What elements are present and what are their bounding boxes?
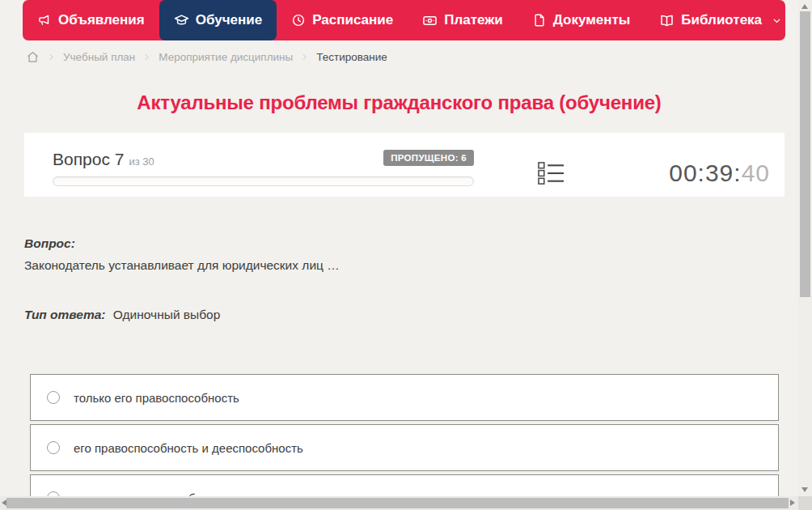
answer-option-label: только его правоспособность xyxy=(74,391,239,405)
document-icon xyxy=(532,13,547,28)
question-number: Вопрос 7 xyxy=(53,150,124,168)
nav-item-label: Библиотека xyxy=(681,12,762,28)
question-list-button[interactable] xyxy=(538,161,565,185)
breadcrumb: Учебный план Мероприятие дисциплины Тест… xyxy=(26,50,387,64)
vertical-scrollbar[interactable] xyxy=(798,0,812,496)
breadcrumb-separator-icon xyxy=(300,53,309,62)
breadcrumb-item-discipline-event[interactable]: Мероприятие дисциплины xyxy=(159,51,293,63)
question-total: из 30 xyxy=(129,155,154,168)
megaphone-icon xyxy=(37,13,52,28)
breadcrumb-item-testing: Тестирование xyxy=(316,51,387,63)
nav-item-label: Обучение xyxy=(196,12,262,28)
answer-type-label: Тип ответа: xyxy=(24,308,106,321)
exam-timer: 00:39:40 xyxy=(669,150,770,197)
breadcrumb-item-study-plan[interactable]: Учебный план xyxy=(63,51,135,63)
radio-button-icon[interactable] xyxy=(47,441,60,454)
app-window: Объявления Обучение Расписание Платежи Д… xyxy=(0,0,812,510)
question-text: Законодатель устанавливает для юридическ… xyxy=(24,258,785,273)
timer-seconds: 40 xyxy=(742,159,770,187)
answer-type-row: Тип ответа: Одиночный выбор xyxy=(24,308,785,322)
question-progress-bar xyxy=(53,176,474,186)
answer-option-2[interactable]: его правоспособность и дееспособность xyxy=(30,424,779,471)
home-icon[interactable] xyxy=(26,50,40,64)
question-counter: Вопрос 7из 30 xyxy=(53,150,154,169)
clock-icon xyxy=(291,13,306,28)
horizontal-scrollbar[interactable] xyxy=(0,496,798,510)
skipped-badge: ПРОПУЩЕНО: 6 xyxy=(383,150,474,166)
nav-item-learning[interactable]: Обучение xyxy=(159,0,277,40)
breadcrumb-separator-icon xyxy=(142,53,151,62)
nav-item-announcements[interactable]: Объявления xyxy=(23,0,159,40)
nav-item-library[interactable]: Библиотека xyxy=(645,0,797,40)
breadcrumb-separator-icon xyxy=(47,53,56,62)
answer-option-label: его правоспособность и дееспособность xyxy=(74,441,303,455)
scroll-up-arrow-icon[interactable] xyxy=(801,4,808,9)
scrollbar-corner xyxy=(798,496,812,510)
question-label: Вопрос: xyxy=(24,236,785,251)
page-title: Актуальные проблемы гражданского права (… xyxy=(0,91,798,114)
nav-item-documents[interactable]: Документы xyxy=(518,0,645,40)
radio-button-icon[interactable] xyxy=(47,391,60,404)
banknote-icon xyxy=(422,13,438,28)
scroll-down-arrow-icon[interactable] xyxy=(801,487,808,492)
graduation-cap-icon xyxy=(174,13,189,28)
nav-item-label: Объявления xyxy=(58,12,145,28)
chevron-down-icon xyxy=(772,15,782,26)
nav-item-payments[interactable]: Платежи xyxy=(408,0,518,40)
nav-item-label: Документы xyxy=(553,12,631,28)
question-header-card: Вопрос 7из 30 ПРОПУЩЕНО: 6 00:39:40 xyxy=(24,133,785,197)
nav-item-label: Платежи xyxy=(444,12,503,28)
book-icon xyxy=(659,13,675,28)
nav-item-label: Расписание xyxy=(312,12,393,28)
timer-hours-minutes: 00:39: xyxy=(669,159,741,187)
list-icon xyxy=(538,161,565,185)
scroll-right-arrow-icon[interactable] xyxy=(790,499,795,506)
horizontal-scrollbar-thumb[interactable] xyxy=(6,498,789,508)
main-navigation: Объявления Обучение Расписание Платежи Д… xyxy=(23,0,785,40)
answer-option-1[interactable]: только его правоспособность xyxy=(30,374,779,421)
answer-options-list: только его правоспособность его правоспо… xyxy=(30,374,779,510)
answer-type-value: Одиночный выбор xyxy=(113,308,221,321)
vertical-scrollbar-thumb[interactable] xyxy=(800,11,810,297)
question-body: Вопрос: Законодатель устанавливает для ю… xyxy=(24,236,785,322)
nav-item-schedule[interactable]: Расписание xyxy=(277,0,408,40)
question-progress-block: Вопрос 7из 30 ПРОПУЩЕНО: 6 xyxy=(53,150,474,197)
